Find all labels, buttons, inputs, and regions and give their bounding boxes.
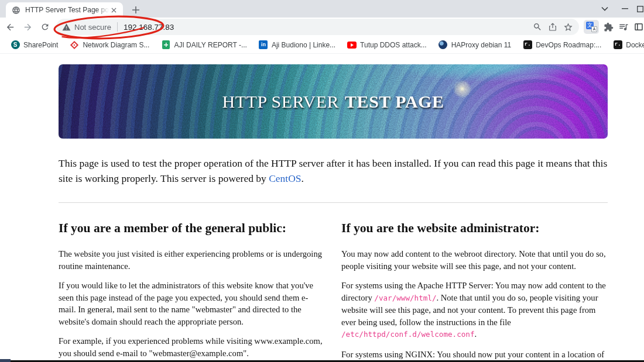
active-tab[interactable]: HTTP Server Test Page powered	[6, 2, 123, 18]
right-paragraph-1: You may now add content to the webroot d…	[341, 248, 608, 272]
bookmark-linkedin[interactable]: in Aji Budiono | Linke...	[254, 39, 340, 51]
extensions-puzzle-icon[interactable]	[604, 22, 614, 32]
right-paragraph-nginx: For systems using NGINX: You should now …	[341, 349, 608, 361]
bookmark-network-diagram[interactable]: Network Diagram S...	[65, 39, 154, 51]
browser-window: HTTP Server Test Page powered	[0, 0, 644, 362]
page-content: HTTP SERVER TEST PAGE This page is used …	[0, 54, 644, 360]
roadmap-icon: r.	[613, 40, 622, 50]
window-controls	[595, 0, 644, 18]
reload-button[interactable]	[37, 19, 53, 35]
linkedin-icon: in	[259, 40, 268, 50]
code-path-var-www: /var/www/html/	[374, 294, 436, 302]
url-text: 192.168.77.83	[124, 23, 174, 32]
code-path-welcome-conf: /etc/httpd/conf.d/welcome.conf	[341, 330, 474, 339]
divider	[59, 202, 608, 203]
new-tab-button[interactable]	[130, 4, 142, 16]
diagram-icon	[70, 40, 79, 50]
test-page-banner: HTTP SERVER TEST PAGE	[59, 64, 608, 139]
bookmark-docker-roadmap[interactable]: r. Docker Roadmap -...	[608, 39, 644, 51]
intro-paragraph: This page is used to test the proper ope…	[59, 156, 608, 186]
address-bar[interactable]: Not secure 192.168.77.83	[56, 19, 579, 35]
side-panel-icon[interactable]	[633, 22, 644, 32]
right-column-heading: If you are the website administrator:	[341, 220, 608, 236]
warning-icon	[62, 23, 71, 32]
bookmark-sharepoint[interactable]: S SharePoint	[6, 39, 63, 51]
left-paragraph-3: For example, if you experienced problems…	[59, 335, 325, 359]
back-button[interactable]	[2, 19, 18, 35]
left-paragraph-2: If you would like to let the administrat…	[59, 280, 325, 327]
sharepoint-icon: S	[11, 40, 20, 50]
google-translate-icon[interactable]: 文 A	[584, 20, 599, 34]
bookmark-devops-roadmap[interactable]: r. DevOps Roadmap:...	[518, 39, 606, 51]
globe-favicon-icon	[12, 6, 20, 15]
media-queue-icon[interactable]	[618, 22, 629, 32]
haproxy-icon	[439, 40, 448, 50]
sheets-icon	[161, 40, 170, 50]
side-search-icon[interactable]	[533, 22, 542, 32]
tab-close-icon[interactable]	[109, 5, 118, 15]
security-chip-label: Not secure	[74, 23, 111, 32]
bookmark-star-icon[interactable]	[563, 22, 573, 32]
tab-strip: HTTP Server Test Page powered	[0, 0, 644, 18]
share-icon[interactable]	[548, 22, 557, 32]
minimize-button[interactable]	[615, 0, 635, 18]
taskbar-edge-fragment	[0, 359, 11, 362]
administrator-column: If you are the website administrator: Yo…	[341, 220, 608, 360]
left-paragraph-1: The website you just visited is either e…	[59, 248, 325, 272]
left-column-heading: If you are a member of the general publi…	[59, 220, 325, 236]
forward-button[interactable]	[20, 19, 35, 35]
omnibox-divider	[117, 22, 118, 32]
toolbar: Not secure 192.168.77.83 文 A	[0, 18, 644, 36]
site-security-chip[interactable]: Not secure	[62, 23, 111, 32]
maximize-button[interactable]	[635, 0, 644, 18]
roadmap-icon: r.	[523, 40, 532, 50]
general-public-column: If you are a member of the general publi…	[59, 220, 325, 360]
bookmark-haproxy[interactable]: HAProxy debian 11	[434, 39, 516, 51]
youtube-icon	[347, 40, 357, 50]
bookmarks-bar: S SharePoint Network Diagram S... AJI DA…	[0, 36, 644, 54]
bookmark-daily-report[interactable]: AJI DAILY REPORT -...	[156, 39, 251, 51]
extensions-area: 文 A	[584, 20, 644, 34]
bookmark-youtube[interactable]: Tutup DDOS attack...	[342, 39, 431, 51]
banner-title: HTTP SERVER TEST PAGE	[59, 64, 608, 139]
translate-white-glyph: A	[591, 26, 597, 32]
centos-link[interactable]: CentOS	[269, 173, 301, 184]
tab-search-chevron-icon[interactable]	[595, 0, 615, 18]
right-paragraph-apache: For systems using the Apache HTTP Server…	[341, 280, 608, 341]
tab-title: HTTP Server Test Page powered	[25, 6, 109, 14]
